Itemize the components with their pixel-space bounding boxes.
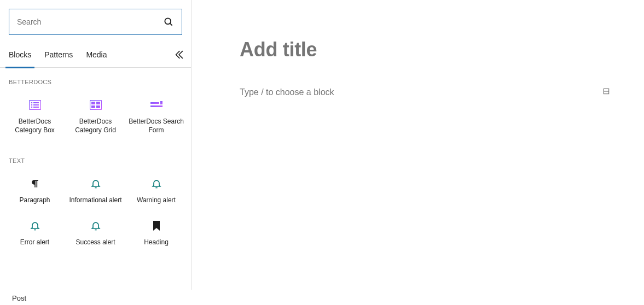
search-wrap bbox=[0, 0, 191, 42]
bell-icon bbox=[89, 177, 102, 190]
tab-blocks[interactable]: Blocks bbox=[2, 42, 38, 68]
svg-point-4 bbox=[31, 104, 32, 106]
block-label: BetterDocs Category Box bbox=[7, 117, 63, 134]
block-list-panel[interactable]: Betterdocs BetterDocs Category Box Bette… bbox=[0, 68, 191, 290]
tab-media-label: Media bbox=[86, 50, 107, 59]
block-paragraph[interactable]: Paragraph bbox=[4, 169, 65, 211]
search-icon bbox=[163, 16, 174, 27]
paragraph-icon bbox=[28, 177, 42, 190]
tab-patterns[interactable]: Patterns bbox=[38, 42, 79, 68]
block-appender-label: Type / to choose a block bbox=[240, 87, 334, 97]
category-grid-icon bbox=[89, 98, 102, 112]
svg-rect-13 bbox=[96, 105, 100, 108]
svg-rect-15 bbox=[150, 105, 163, 107]
editor-canvas[interactable]: Type / to choose a block bbox=[192, 0, 644, 290]
block-error-alert[interactable]: Error alert bbox=[4, 212, 65, 253]
block-betterdocs-category-grid[interactable]: BetterDocs Category Grid bbox=[65, 91, 126, 141]
svg-line-1 bbox=[170, 24, 172, 26]
block-label: Success alert bbox=[76, 238, 115, 247]
category-grid-betterdocs: BetterDocs Category Box BetterDocs Categ… bbox=[0, 91, 191, 141]
block-informational-alert[interactable]: Informational alert bbox=[65, 169, 126, 211]
svg-rect-10 bbox=[91, 102, 95, 104]
category-title-betterdocs: Betterdocs bbox=[0, 77, 191, 91]
svg-rect-16 bbox=[160, 101, 163, 104]
block-appender[interactable]: Type / to choose a block bbox=[240, 87, 611, 97]
block-label: Warning alert bbox=[137, 196, 176, 204]
bell-icon bbox=[89, 219, 102, 232]
svg-point-0 bbox=[165, 18, 171, 24]
block-label: Paragraph bbox=[19, 196, 50, 204]
svg-rect-6 bbox=[33, 102, 39, 103]
block-label: Heading bbox=[144, 238, 169, 247]
bell-icon bbox=[150, 177, 163, 190]
svg-point-3 bbox=[31, 102, 32, 104]
block-success-alert[interactable]: Success alert bbox=[65, 212, 126, 253]
block-betterdocs-category-box[interactable]: BetterDocs Category Box bbox=[4, 91, 65, 141]
block-warning-alert[interactable]: Warning alert bbox=[126, 169, 187, 211]
svg-rect-12 bbox=[91, 105, 95, 108]
block-label: Error alert bbox=[20, 238, 49, 247]
appender-icon bbox=[602, 87, 611, 97]
category-box-icon bbox=[28, 98, 42, 112]
svg-point-5 bbox=[31, 107, 32, 108]
block-betterdocs-search-form[interactable]: BetterDocs Search Form bbox=[126, 91, 187, 141]
category-title-text: Text bbox=[0, 155, 191, 169]
bell-icon bbox=[28, 219, 42, 232]
search-box[interactable] bbox=[9, 9, 182, 35]
block-label: Informational alert bbox=[69, 196, 121, 204]
block-inserter-sidebar: Blocks Patterns Media Betterdocs BetterD… bbox=[0, 0, 192, 290]
search-input[interactable] bbox=[17, 17, 163, 26]
block-label: BetterDocs Category Grid bbox=[67, 117, 124, 134]
bookmark-icon bbox=[150, 219, 163, 232]
search-form-icon bbox=[150, 98, 163, 112]
reset-icon[interactable] bbox=[167, 42, 191, 68]
tab-media[interactable]: Media bbox=[79, 42, 113, 68]
svg-rect-8 bbox=[33, 107, 39, 108]
svg-rect-14 bbox=[150, 102, 159, 104]
breadcrumb-post[interactable]: Post bbox=[12, 294, 26, 302]
svg-rect-7 bbox=[33, 104, 39, 105]
inserter-tabs: Blocks Patterns Media bbox=[0, 42, 191, 68]
block-heading[interactable]: Heading bbox=[126, 212, 187, 253]
post-title-input[interactable] bbox=[240, 38, 611, 61]
tab-blocks-label: Blocks bbox=[9, 50, 31, 59]
svg-rect-11 bbox=[96, 102, 100, 104]
tab-patterns-label: Patterns bbox=[44, 50, 73, 59]
category-grid-text: Paragraph Informational alert Warning al… bbox=[0, 169, 191, 253]
block-label: BetterDocs Search Form bbox=[128, 117, 184, 134]
